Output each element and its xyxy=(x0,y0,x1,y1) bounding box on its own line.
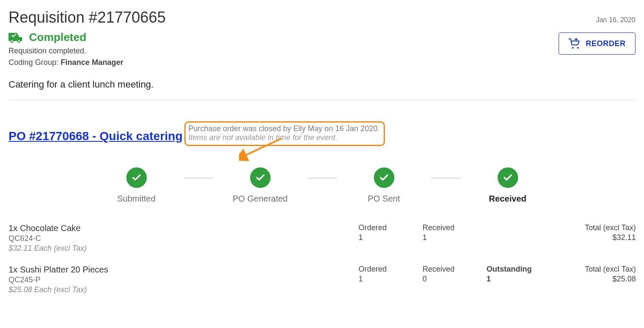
connector xyxy=(307,178,337,179)
connector xyxy=(184,178,213,179)
status-label: Completed xyxy=(29,31,86,44)
po-link[interactable]: PO #21770668 - Quick catering xyxy=(9,129,183,143)
workflow-step-submitted: Submitted xyxy=(98,167,175,204)
po-closed-text: Purchase order was closed by Elly May on… xyxy=(188,124,379,133)
check-icon xyxy=(374,167,394,188)
total-label: Total (excl Tax) xyxy=(551,265,636,274)
item-sku: QC245-P xyxy=(9,275,358,284)
step-label: PO Generated xyxy=(233,194,288,204)
received-value: 1 xyxy=(423,233,487,242)
po-closed-callout: Purchase order was closed by Elly May on… xyxy=(184,121,385,146)
item-row: 1x Chocolate Cake QC624-C $32.11 Each (e… xyxy=(9,223,635,253)
outstanding-label: Outstanding xyxy=(487,265,551,274)
cart-plus-icon xyxy=(568,38,580,49)
coding-group-value: Finance Manager xyxy=(61,58,123,67)
outstanding-value: 1 xyxy=(487,275,551,284)
check-icon xyxy=(250,167,271,188)
check-icon xyxy=(126,167,147,188)
ordered-label: Ordered xyxy=(358,223,423,232)
workflow-step-po-sent: PO Sent xyxy=(346,167,423,204)
po-reason-text: Items are not available in time for the … xyxy=(188,133,379,142)
workflow-steps: Submitted PO Generated PO Sent Received xyxy=(9,167,635,204)
status-subtitle: Requisition completed. xyxy=(9,47,123,56)
item-unit-price: $32.11 Each (excl Tax) xyxy=(9,244,358,253)
requisition-date: Jan 16, 2020 xyxy=(596,16,635,24)
ordered-value: 1 xyxy=(358,233,423,242)
items-list: 1x Chocolate Cake QC624-C $32.11 Each (e… xyxy=(9,223,635,294)
received-label: Received xyxy=(423,265,487,274)
item-unit-price: $25.08 Each (excl Tax) xyxy=(9,285,358,294)
svg-point-0 xyxy=(572,47,574,49)
step-label: Received xyxy=(489,194,527,204)
step-label: Submitted xyxy=(117,194,155,204)
received-value: 0 xyxy=(423,275,487,284)
truck-icon xyxy=(9,32,23,43)
step-label: PO Sent xyxy=(368,194,400,204)
requisition-description: Catering for a client lunch meeting. xyxy=(9,79,635,90)
connector xyxy=(431,178,461,179)
reorder-label: REORDER xyxy=(586,39,626,48)
total-value: $25.08 xyxy=(551,275,636,284)
svg-point-1 xyxy=(577,47,579,49)
page-title: Requisition #21770665 xyxy=(9,9,166,26)
workflow-step-po-generated: PO Generated xyxy=(222,167,299,204)
check-icon xyxy=(498,167,518,188)
received-label: Received xyxy=(423,223,487,232)
total-label: Total (excl Tax) xyxy=(551,223,636,232)
coding-group: Coding Group: Finance Manager xyxy=(9,58,123,67)
item-sku: QC624-C xyxy=(9,234,358,243)
divider xyxy=(9,100,635,100)
ordered-value: 1 xyxy=(358,275,423,284)
item-name: 1x Chocolate Cake xyxy=(9,223,358,233)
ordered-label: Ordered xyxy=(358,265,423,274)
workflow-step-received: Received xyxy=(469,167,546,204)
coding-group-label: Coding Group: xyxy=(9,58,61,67)
item-row: 1x Sushi Platter 20 Pieces QC245-P $25.0… xyxy=(9,265,635,294)
total-value: $32.11 xyxy=(551,233,636,242)
reorder-button[interactable]: REORDER xyxy=(559,32,635,55)
item-name: 1x Sushi Platter 20 Pieces xyxy=(9,265,358,275)
